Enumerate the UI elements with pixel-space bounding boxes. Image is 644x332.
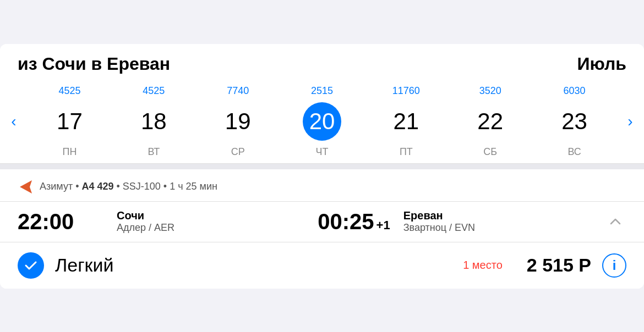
day-23[interactable]: 23 — [532, 106, 616, 137]
month-label: Июль — [577, 54, 626, 74]
price-22[interactable]: 3520 — [448, 85, 532, 97]
dest-city: Ереван — [403, 209, 604, 222]
days-row: ‹ 17 18 19 20 21 22 23 › — [0, 98, 644, 145]
separator — [0, 164, 644, 169]
flight-header: Азимут • А4 429 • SSJ-100 • 1 ч 25 мин — [0, 169, 644, 202]
price-23[interactable]: 6030 — [532, 85, 616, 97]
tariff-seats-label: 1 место — [463, 259, 503, 272]
price-21[interactable]: 11760 — [364, 85, 448, 97]
day-17[interactable]: 17 — [28, 106, 112, 137]
tariff-price-label: 2 515 Р — [527, 254, 591, 276]
tariff-check-icon[interactable] — [18, 252, 44, 279]
day-20-active[interactable]: 20 — [280, 100, 364, 143]
selected-day-circle: 20 — [303, 102, 341, 141]
weekday-tue: ВТ — [112, 146, 196, 158]
page-header: из Сочи в Ереван Июль — [0, 44, 644, 82]
day-21[interactable]: 21 — [364, 106, 448, 137]
svg-marker-0 — [20, 180, 32, 193]
day-offset: +1 — [376, 218, 390, 233]
flight-section: Азимут • А4 429 • SSJ-100 • 1 ч 25 мин 2… — [0, 169, 644, 289]
price-18[interactable]: 4525 — [112, 85, 196, 97]
weekday-sat: СБ — [448, 146, 532, 158]
day-22[interactable]: 22 — [448, 106, 532, 137]
origin-airport: Адлер / AER — [117, 222, 318, 234]
price-19[interactable]: 7740 — [196, 85, 280, 97]
main-container: из Сочи в Ереван Июль 4525 4525 7740 251… — [0, 44, 644, 289]
tariff-row: Легкий 1 место 2 515 Р i — [0, 242, 644, 289]
arrival-time: 00:25 — [318, 209, 374, 234]
origin-city: Сочи — [117, 209, 318, 222]
flight-info-text: Азимут • А4 429 • SSJ-100 • 1 ч 25 мин — [40, 181, 217, 192]
origin-info: Сочи Адлер / AER — [117, 209, 318, 234]
day-18[interactable]: 18 — [112, 106, 196, 137]
prev-nav-button[interactable]: ‹ — [0, 113, 28, 130]
flight-main-row: 22:00 Сочи Адлер / AER 00:25 +1 Ереван З… — [0, 202, 644, 242]
route-title: из Сочи в Ереван — [18, 54, 170, 74]
price-20[interactable]: 2515 — [280, 85, 364, 97]
day-19[interactable]: 19 — [196, 106, 280, 137]
departure-time: 22:00 — [18, 209, 117, 234]
arrive-time-group: 00:25 +1 — [318, 209, 396, 234]
weekday-sun: ВС — [532, 146, 616, 158]
airline-logo-icon — [18, 178, 35, 196]
price-17[interactable]: 4525 — [28, 85, 112, 97]
dest-airport: Звартноц / EVN — [403, 222, 604, 234]
weekday-mon: ПН — [28, 146, 112, 158]
tariff-name-label: Легкий — [55, 254, 452, 276]
next-nav-button[interactable]: › — [616, 113, 644, 130]
dest-info: Ереван Звартноц / EVN — [403, 209, 604, 234]
collapse-button[interactable] — [604, 211, 626, 233]
weekday-thu: ЧТ — [280, 146, 364, 158]
tariff-info-button[interactable]: i — [602, 253, 626, 278]
weekday-wed: СР — [196, 146, 280, 158]
calendar-strip: 4525 4525 7740 2515 11760 3520 6030 ‹ 17… — [0, 82, 644, 164]
prices-row: 4525 4525 7740 2515 11760 3520 6030 — [0, 82, 644, 98]
weekday-fri: ПТ — [364, 146, 448, 158]
weekday-row: ПН ВТ СР ЧТ ПТ СБ ВС — [0, 145, 644, 163]
